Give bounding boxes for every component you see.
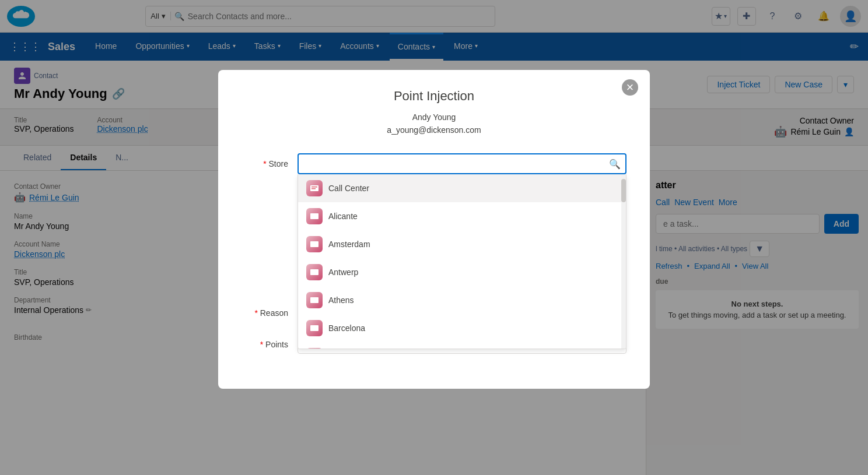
svg-rect-2 [312, 188, 316, 189]
modal-overlay: × Point Injection Andy Young a_young@dic… [0, 0, 868, 475]
store-icon [306, 348, 323, 349]
svg-rect-3 [310, 213, 318, 219]
store-icon [306, 208, 323, 224]
svg-rect-7 [310, 325, 318, 331]
dropdown-scrollbar [621, 174, 626, 349]
svg-rect-1 [312, 187, 317, 188]
store-icon [306, 180, 323, 196]
store-option-barcelona[interactable]: Barcelona [298, 314, 621, 342]
search-icon: 🔍 [609, 158, 621, 169]
reason-required-star: * [254, 308, 260, 318]
modal-subtitle: Andy Young a_young@dickenson.com [242, 111, 626, 137]
points-label: * Points [242, 334, 288, 349]
store-option-call-center-label: Call Center [328, 184, 369, 193]
modal-title: Point Injection [242, 89, 626, 104]
store-option-athens-label: Athens [328, 295, 354, 305]
svg-rect-6 [310, 297, 318, 303]
dropdown-items-container: Call Center Alicante [298, 174, 621, 349]
scrollbar-thumb [621, 179, 626, 202]
point-injection-modal: × Point Injection Andy Young a_young@dic… [218, 70, 650, 389]
store-option-call-center[interactable]: Call Center [298, 174, 621, 202]
store-option-alicante-label: Alicante [328, 212, 358, 221]
store-input[interactable] [298, 153, 626, 174]
store-icon [306, 264, 323, 280]
store-form-row: * Store 🔍 Call Center [242, 153, 626, 174]
dropdown-scrollable: Call Center Alicante [298, 174, 626, 349]
store-label: * Store [242, 153, 288, 168]
store-option-amsterdam-label: Amsterdam [328, 240, 370, 249]
svg-rect-4 [310, 241, 318, 247]
store-icon [306, 236, 323, 252]
modal-close-button[interactable]: × [622, 79, 638, 96]
reason-label: * Reason [242, 302, 288, 318]
points-required-star: * [260, 340, 265, 349]
store-option-barcelona-label: Barcelona [328, 323, 365, 333]
modal-contact-name: Andy Young [412, 112, 456, 122]
store-input-wrap: 🔍 Call Center [298, 153, 626, 174]
store-icon [306, 292, 323, 308]
store-option-bari[interactable]: Bari [298, 342, 621, 349]
store-option-antwerp[interactable]: Antwerp [298, 258, 621, 286]
store-option-antwerp-label: Antwerp [328, 268, 358, 277]
store-dropdown-list: Call Center Alicante [298, 174, 626, 349]
store-option-alicante[interactable]: Alicante [298, 202, 621, 230]
store-required-star: * [263, 159, 268, 168]
modal-contact-email: a_young@dickenson.com [387, 125, 481, 135]
svg-rect-5 [310, 269, 318, 275]
store-option-amsterdam[interactable]: Amsterdam [298, 230, 621, 258]
store-icon [306, 320, 323, 336]
store-option-athens[interactable]: Athens [298, 286, 621, 314]
